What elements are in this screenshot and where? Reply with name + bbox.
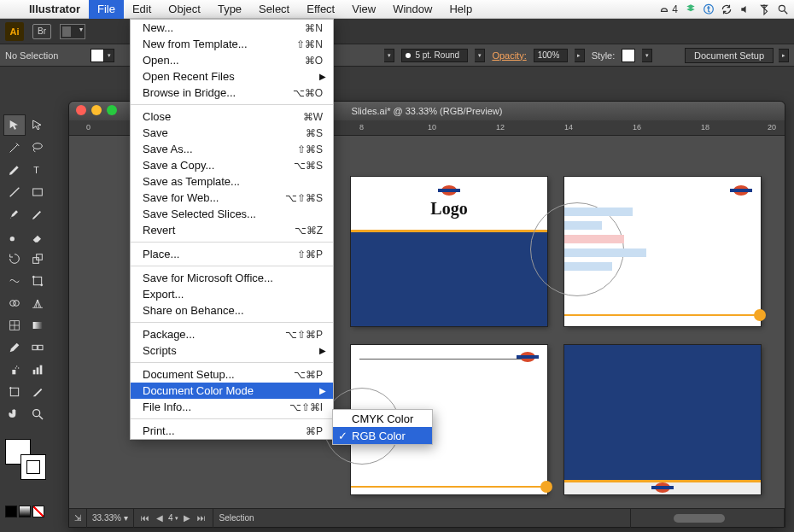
- file-menu-item[interactable]: Save for Web...⌥⇧⌘S: [131, 190, 333, 206]
- opacity-field[interactable]: 100%: [534, 49, 568, 62]
- last-artboard-button[interactable]: ⏭: [196, 512, 207, 524]
- spotlight-icon[interactable]: [777, 3, 789, 15]
- brush-dd[interactable]: ▾: [475, 49, 485, 62]
- fill-stroke-indicator[interactable]: [5, 439, 46, 480]
- file-menu-item[interactable]: Close⌘W: [131, 108, 333, 125]
- bridge-icon[interactable]: Br: [32, 24, 51, 39]
- next-artboard-button[interactable]: ▶: [181, 512, 193, 524]
- file-menu-item[interactable]: Save As...⇧⌘S: [131, 141, 333, 157]
- volume-icon[interactable]: [739, 3, 751, 15]
- file-menu-item[interactable]: New from Template...⇧⌘N: [131, 36, 333, 52]
- menu-object[interactable]: Object: [160, 0, 209, 19]
- width-tool[interactable]: [3, 270, 26, 291]
- file-menu-item[interactable]: Document Color Mode▶: [131, 383, 333, 399]
- menu-select[interactable]: Select: [250, 0, 298, 19]
- gradient-tool[interactable]: [26, 314, 49, 336]
- symbol-sprayer-tool[interactable]: [3, 359, 26, 380]
- artboard-tool[interactable]: [3, 381, 26, 402]
- menu-window[interactable]: Window: [384, 0, 441, 19]
- menu-help[interactable]: Help: [441, 0, 481, 19]
- file-menu-item[interactable]: Scripts▶: [131, 342, 333, 359]
- app-name[interactable]: Illustrator: [20, 3, 89, 15]
- file-menu-item[interactable]: Revert⌥⌘Z: [131, 222, 333, 238]
- file-menu-item[interactable]: Print...⌘P: [131, 423, 333, 439]
- file-menu-item[interactable]: Save as Template...: [131, 173, 333, 190]
- prev-artboard-button[interactable]: ◀: [154, 512, 166, 524]
- artboard-2[interactable]: [564, 177, 761, 326]
- zoom-window-button[interactable]: [107, 105, 117, 115]
- paintbrush-tool[interactable]: [3, 203, 26, 225]
- style-dd[interactable]: ▾: [642, 49, 652, 62]
- artboard-1[interactable]: Logo: [351, 177, 547, 326]
- window-controls[interactable]: [76, 105, 117, 115]
- scrollbar-horizontal[interactable]: [631, 509, 785, 528]
- fill-swatch-dd[interactable]: ▾: [104, 49, 114, 62]
- zoom-tool[interactable]: [26, 403, 49, 424]
- column-graph-tool[interactable]: [26, 359, 49, 380]
- sync-icon[interactable]: [721, 3, 733, 15]
- rotate-tool[interactable]: [3, 248, 26, 269]
- file-menu-item[interactable]: Open Recent Files▶: [131, 68, 333, 85]
- file-menu-item[interactable]: File Info...⌥⇧⌘I: [131, 399, 333, 415]
- file-menu-item[interactable]: Place...⇧⌘P: [131, 246, 333, 262]
- eyedropper-tool[interactable]: [3, 336, 26, 358]
- file-menu-item[interactable]: Export...: [131, 286, 333, 302]
- type-tool[interactable]: T: [26, 159, 49, 180]
- document-setup-button[interactable]: Document Setup: [685, 48, 774, 63]
- hand-tool[interactable]: [3, 403, 26, 424]
- file-menu-item[interactable]: Browse in Bridge...⌥⌘O: [131, 85, 333, 101]
- file-menu-item[interactable]: Open...⌘O: [131, 52, 333, 68]
- menu-effect[interactable]: Effect: [298, 0, 343, 19]
- menu-type[interactable]: Type: [209, 0, 250, 19]
- style-swatch[interactable]: [622, 49, 635, 62]
- artboard-number[interactable]: 4: [168, 513, 173, 523]
- stroke-color-box[interactable]: [20, 454, 46, 480]
- status-expand-icon[interactable]: ⇲: [69, 509, 87, 528]
- artboard-4[interactable]: [564, 345, 761, 494]
- brush-prev-dd[interactable]: ▾: [384, 49, 394, 62]
- file-menu-item[interactable]: Save⌘S: [131, 125, 333, 141]
- shape-builder-tool[interactable]: [3, 292, 26, 313]
- status-mode[interactable]: Selection: [213, 509, 631, 528]
- brush-field[interactable]: 5 pt. Round: [401, 49, 468, 62]
- slice-tool[interactable]: [26, 381, 49, 402]
- opacity-label[interactable]: Opacity:: [492, 50, 526, 61]
- control-overflow[interactable]: ▸: [779, 49, 789, 62]
- direct-selection-tool[interactable]: [26, 114, 49, 136]
- menu-view[interactable]: View: [343, 0, 384, 19]
- opacity-dd[interactable]: ▸: [575, 49, 585, 62]
- pencil-tool[interactable]: [26, 203, 49, 225]
- file-menu-item[interactable]: Package...⌥⇧⌘P: [131, 326, 333, 342]
- first-artboard-button[interactable]: ⏮: [139, 512, 151, 524]
- te-icon[interactable]: ⓣ: [704, 3, 714, 17]
- selection-tool[interactable]: [3, 114, 26, 136]
- scale-tool[interactable]: [26, 248, 49, 269]
- artboard-nav[interactable]: ⏮ ◀ 4 ▾ ▶ ⏭: [134, 509, 214, 528]
- menu-file[interactable]: File: [89, 0, 124, 19]
- file-menu-item[interactable]: New...⌘N: [131, 20, 333, 36]
- zoom-readout[interactable]: 33.33% ▾: [87, 509, 134, 528]
- workspace-switcher[interactable]: [60, 24, 85, 39]
- eraser-tool[interactable]: [26, 225, 49, 247]
- lasso-tool[interactable]: [26, 137, 49, 158]
- file-menu-item[interactable]: Save a Copy...⌥⌘S: [131, 157, 333, 173]
- chip-none[interactable]: [32, 506, 44, 517]
- pen-tool[interactable]: [3, 159, 26, 180]
- file-menu-item[interactable]: Document Setup...⌥⌘P: [131, 366, 333, 383]
- rectangle-tool[interactable]: [26, 181, 49, 202]
- cc-sync-icon[interactable]: 4: [658, 3, 678, 15]
- magic-wand-tool[interactable]: [3, 137, 26, 158]
- mesh-tool[interactable]: [3, 314, 26, 336]
- fill-swatch[interactable]: [90, 49, 104, 62]
- menu-edit[interactable]: Edit: [124, 0, 160, 19]
- bluetooth-icon[interactable]: [758, 3, 770, 15]
- chip-gradient[interactable]: [19, 506, 31, 517]
- dropbox-icon[interactable]: [685, 3, 697, 15]
- color-mode-item[interactable]: CMYK Color: [333, 410, 432, 427]
- close-window-button[interactable]: [76, 105, 86, 115]
- chip-color[interactable]: [5, 506, 17, 517]
- perspective-grid-tool[interactable]: [26, 292, 49, 313]
- color-mode-item[interactable]: ✓RGB Color: [333, 427, 432, 444]
- free-transform-tool[interactable]: [26, 270, 49, 291]
- minimize-window-button[interactable]: [91, 105, 102, 115]
